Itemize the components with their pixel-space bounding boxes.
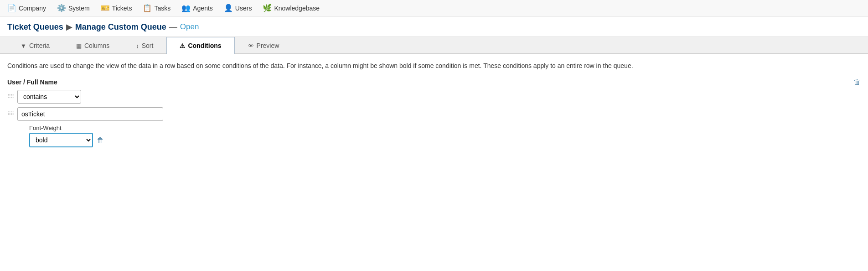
tab-preview-label: Preview [257,42,279,49]
tab-criteria[interactable]: ▼ Criteria [7,37,63,54]
nav-users[interactable]: 👤 Users [224,4,252,12]
top-navigation: 📄 Company ⚙️ System 🎫 Tickets 📋 Tasks 👥 … [0,0,868,16]
condition-value-input[interactable] [17,107,163,121]
users-icon: 👤 [224,4,233,12]
tickets-icon: 🎫 [101,4,110,12]
tabs-container: ▼ Criteria ▦ Columns ↕ Sort ⚠ Conditions… [0,37,868,54]
drag-handle-operator[interactable]: ⠿⠿ [7,94,14,99]
effect-label: Font-Weight [29,125,104,131]
delete-condition-button[interactable]: 🗑 [853,78,861,86]
nav-company-label: Company [19,5,46,12]
nav-tickets[interactable]: 🎫 Tickets [101,4,132,12]
delete-effect-button[interactable]: 🗑 [97,136,104,145]
effect-select[interactable]: bold normal italic [29,133,93,147]
nav-knowledgebase-label: Knowledgebase [274,5,320,12]
operator-select[interactable]: contains equals starts with ends with is… [17,90,81,104]
breadcrumb-status: Open [180,22,199,31]
tab-preview[interactable]: 👁 Preview [235,37,293,54]
columns-icon: ▦ [76,42,82,49]
tab-columns-label: Columns [84,42,109,49]
condition-title: User / Full Name [7,78,57,86]
value-row: ⠿⠿ [7,107,861,121]
breadcrumb-parent[interactable]: Ticket Queues [7,22,63,32]
tab-columns[interactable]: ▦ Columns [63,37,123,54]
breadcrumb: Ticket Queues ▶ Manage Custom Queue — Op… [7,22,861,32]
system-icon: ⚙️ [57,4,66,12]
knowledgebase-icon: 🌿 [263,4,272,12]
nav-system[interactable]: ⚙️ System [57,4,90,12]
condition-block: User / Full Name 🗑 ⠿⠿ contains equals st… [7,78,861,147]
conditions-icon: ⚠ [180,42,185,49]
main-content: Conditions are used to change the view o… [0,54,868,158]
nav-company[interactable]: 📄 Company [7,4,46,12]
tasks-icon: 📋 [143,4,152,12]
nav-agents-label: Agents [193,5,213,12]
description-text: Conditions are used to change the view o… [7,61,861,71]
effect-row: Font-Weight bold normal italic 🗑 [29,125,861,147]
effect-section: Font-Weight bold normal italic 🗑 [29,125,861,147]
tab-conditions[interactable]: ⚠ Conditions [166,37,234,54]
nav-knowledgebase[interactable]: 🌿 Knowledgebase [263,4,320,12]
company-icon: 📄 [7,4,16,12]
breadcrumb-current: Manage Custom Queue [75,22,166,32]
breadcrumb-dash: — [169,22,177,32]
nav-users-label: Users [235,5,252,12]
sort-icon: ↕ [136,42,139,49]
tab-sort-label: Sort [142,42,154,49]
preview-icon: 👁 [248,42,254,49]
nav-system-label: System [68,5,90,12]
tab-conditions-label: Conditions [188,42,221,49]
nav-agents[interactable]: 👥 Agents [181,4,213,12]
nav-tasks[interactable]: 📋 Tasks [143,4,170,12]
agents-icon: 👥 [181,4,191,12]
breadcrumb-separator: ▶ [66,22,72,32]
nav-tickets-label: Tickets [112,5,132,12]
tab-sort[interactable]: ↕ Sort [123,37,166,54]
drag-handle-value[interactable]: ⠿⠿ [7,111,14,117]
effect-group: Font-Weight bold normal italic 🗑 [29,125,104,147]
nav-tasks-label: Tasks [154,5,170,12]
page-header: Ticket Queues ▶ Manage Custom Queue — Op… [0,16,868,37]
criteria-icon: ▼ [21,42,26,49]
condition-section-header: User / Full Name 🗑 [7,78,861,86]
operator-row: ⠿⠿ contains equals starts with ends with… [7,90,861,104]
tab-criteria-label: Criteria [29,42,50,49]
